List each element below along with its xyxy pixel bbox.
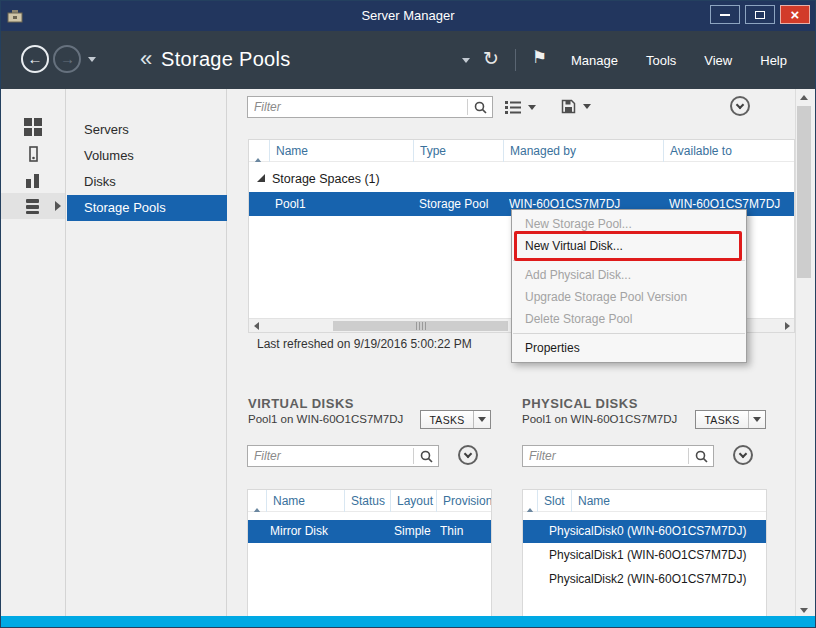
scroll-left-icon	[254, 322, 259, 330]
menu-bar: Manage Tools View Help	[571, 31, 787, 89]
virtual-disks-tasks-button[interactable]: TASKS	[420, 410, 491, 429]
group-row-storage-spaces[interactable]: Storage Spaces (1)	[249, 168, 794, 190]
forward-button[interactable]	[53, 45, 81, 73]
search-icon	[420, 450, 433, 463]
physical-disks-tasks-button[interactable]: TASKS	[695, 410, 766, 429]
grip-icon	[416, 322, 426, 330]
collapse-physical-disks-button[interactable]	[733, 445, 753, 465]
pools-table-header: Name Type Managed by Available to	[249, 140, 794, 162]
menu-manage[interactable]: Manage	[571, 53, 618, 68]
search-button[interactable]	[689, 450, 713, 463]
physical-disk-row-1[interactable]: PhysicalDisk1 (WIN-60O1CS7M7DJ)	[523, 544, 766, 567]
sidebar: Servers Volumes Disks Storage Pools	[67, 89, 227, 618]
column-header-status[interactable]: Status	[344, 490, 390, 512]
column-header-name[interactable]: Name	[571, 490, 766, 512]
collapse-virtual-disks-button[interactable]	[458, 445, 478, 465]
pd-name-cell: PhysicalDisk1 (WIN-60O1CS7M7DJ)	[549, 544, 763, 567]
refresh-button[interactable]	[483, 47, 499, 70]
server-manager-window: Server Manager Storage Pools Manage Tool…	[0, 0, 816, 628]
notifications-flag-button[interactable]	[532, 47, 547, 68]
close-button[interactable]	[780, 5, 810, 24]
breadcrumb-caret-icon[interactable]	[462, 58, 470, 63]
storage-pools-icon	[24, 197, 42, 215]
sort-column-header[interactable]	[248, 490, 266, 512]
titlebar: Server Manager	[1, 1, 815, 31]
last-refreshed-text: Last refreshed on 9/19/2016 5:00:22 PM	[257, 337, 472, 351]
h-scroll-thumb[interactable]	[333, 321, 508, 331]
physical-disks-filter-input[interactable]	[523, 447, 688, 465]
menu-item-add-physical-disk: Add Physical Disk...	[512, 264, 746, 286]
tasks-label: TASKS	[696, 414, 748, 426]
pools-filter-box	[247, 96, 493, 118]
chevron-down-icon	[464, 449, 472, 457]
disks-page-icon-button[interactable]	[1, 168, 65, 194]
sidebar-item-storage-pools[interactable]: Storage Pools	[67, 195, 227, 221]
minimize-icon	[720, 14, 730, 16]
tasks-caret-icon	[478, 417, 486, 422]
menu-view[interactable]: View	[704, 53, 732, 68]
virtual-disks-subtitle: Pool1 on WIN-60O1CS7M7DJ	[248, 413, 403, 425]
physical-disks-filter-box	[522, 445, 714, 467]
column-header-managed-by[interactable]: Managed by	[503, 140, 663, 162]
collapse-pools-section-button[interactable]	[730, 96, 750, 116]
pools-filter-input[interactable]	[248, 98, 467, 116]
menu-help[interactable]: Help	[760, 53, 787, 68]
menu-item-new-virtual-disk[interactable]: New Virtual Disk...	[512, 235, 746, 257]
physical-disk-row-2[interactable]: PhysicalDisk2 (WIN-60O1CS7M7DJ)	[523, 568, 766, 591]
volumes-page-icon-button[interactable]	[1, 141, 65, 167]
virtual-disks-filter-input[interactable]	[248, 447, 413, 465]
sidebar-item-volumes[interactable]: Volumes	[67, 143, 227, 169]
tasks-caret-icon	[753, 417, 761, 422]
column-header-available-to[interactable]: Available to	[663, 140, 795, 162]
pd-name-cell: PhysicalDisk0 (WIN-60O1CS7M7DJ)	[549, 520, 763, 543]
search-button[interactable]	[468, 101, 492, 114]
column-header-slot[interactable]: Slot	[537, 490, 571, 512]
column-header-layout[interactable]: Layout	[390, 490, 436, 512]
scroll-up-button[interactable]	[796, 89, 812, 105]
vd-status-cell	[348, 520, 388, 543]
sidebar-item-disks[interactable]: Disks	[67, 169, 227, 195]
column-header-type[interactable]: Type	[413, 140, 503, 162]
back-button[interactable]	[21, 45, 49, 73]
servers-page-icon-button[interactable]	[1, 114, 65, 140]
forward-arrow-icon	[60, 50, 75, 68]
menu-separator	[513, 260, 745, 261]
menu-tools[interactable]: Tools	[646, 53, 676, 68]
maximize-button[interactable]	[745, 5, 775, 24]
scroll-left-button[interactable]	[249, 319, 263, 332]
menu-separator	[513, 333, 745, 334]
breadcrumb-collapse-icon[interactable]	[140, 48, 152, 70]
v-scroll-thumb[interactable]	[797, 106, 811, 278]
storage-pools-page-icon-button[interactable]	[1, 193, 65, 219]
list-view-dropdown-button[interactable]	[505, 100, 536, 114]
nav-history-caret-icon[interactable]	[88, 57, 96, 62]
virtual-disks-title: VIRTUAL DISKS	[248, 396, 354, 411]
search-button[interactable]	[414, 450, 438, 463]
sort-column-header[interactable]	[249, 140, 269, 162]
scroll-up-icon	[800, 95, 808, 100]
column-header-provisioning[interactable]: Provisioning	[436, 490, 491, 512]
expand-strip-arrow-icon[interactable]	[55, 201, 61, 211]
column-header-name[interactable]: Name	[266, 490, 344, 512]
icon-strip	[1, 89, 66, 618]
save-dropdown-button[interactable]	[561, 99, 591, 114]
virtual-disk-row-mirror-disk[interactable]: Mirror Disk Simple Thin	[248, 520, 491, 543]
column-header-name[interactable]: Name	[269, 140, 413, 162]
scroll-down-icon	[800, 608, 808, 613]
sidebar-item-servers[interactable]: Servers	[67, 117, 227, 143]
vertical-scrollbar	[795, 89, 812, 618]
chevron-down-icon	[736, 100, 744, 108]
sort-icon	[253, 494, 261, 512]
minimize-button[interactable]	[710, 5, 740, 24]
back-arrow-icon	[28, 50, 43, 68]
group-label: Storage Spaces (1)	[272, 172, 380, 186]
dropdown-caret-icon	[528, 105, 536, 110]
virtual-disks-table-header: Name Status Layout Provisioning	[248, 490, 491, 512]
scroll-right-button[interactable]	[780, 319, 794, 332]
save-icon	[561, 99, 576, 114]
server-icon	[24, 145, 42, 163]
physical-disk-row-0[interactable]: PhysicalDisk0 (WIN-60O1CS7M7DJ)	[523, 520, 766, 543]
sort-column-header[interactable]	[523, 490, 537, 512]
menu-item-properties[interactable]: Properties	[512, 337, 746, 359]
physical-disks-table: Slot Name PhysicalDisk0 (WIN-60O1CS7M7DJ…	[522, 489, 767, 618]
